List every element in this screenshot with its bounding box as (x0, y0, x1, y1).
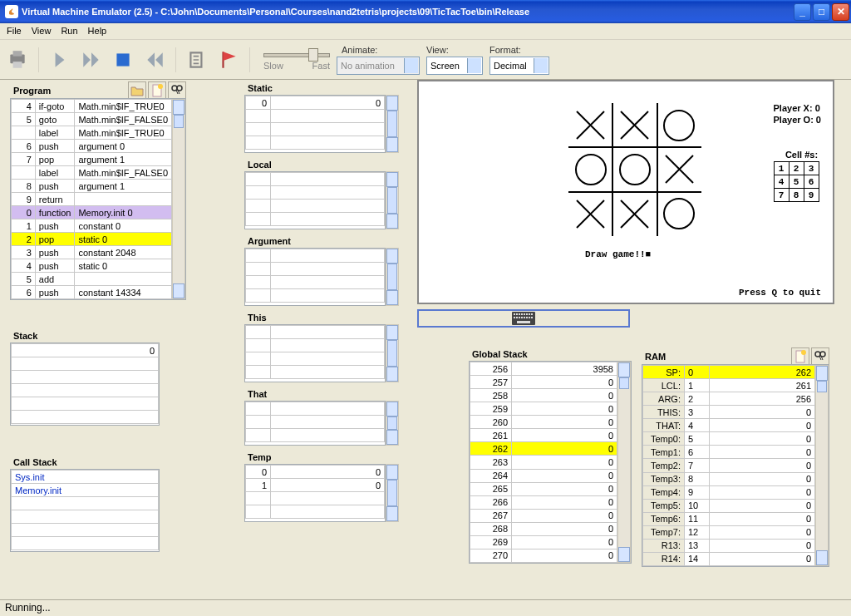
rewind-button[interactable] (142, 47, 167, 72)
svg-rect-33 (517, 321, 530, 323)
speed-slider[interactable]: SlowFast (263, 48, 330, 71)
svg-rect-18 (516, 313, 518, 315)
svg-rect-2 (13, 62, 22, 68)
stack-grid: 0 (10, 342, 160, 426)
svg-point-13 (576, 155, 606, 185)
program-title: Program (10, 84, 54, 97)
scrollbar[interactable] (172, 99, 185, 299)
titlebar: Virtual Machine Emulator (2.5) - C:\John… (0, 0, 851, 23)
svg-point-5 (158, 84, 163, 89)
svg-rect-19 (519, 313, 520, 315)
toolbar: SlowFast Animate: No animation View: Scr… (0, 40, 851, 80)
maximize-button[interactable]: □ (813, 3, 830, 21)
status-bar: Running... (0, 599, 851, 616)
format-label: Format: (489, 45, 549, 55)
script-button[interactable] (184, 47, 209, 72)
fastforward-button[interactable] (79, 47, 104, 72)
svg-rect-27 (519, 317, 520, 318)
svg-rect-17 (514, 313, 515, 315)
svg-point-15 (664, 199, 694, 229)
svg-rect-32 (531, 317, 533, 318)
keyboard-input[interactable] (417, 309, 630, 328)
menu-help[interactable]: Help (88, 26, 107, 37)
globalstack-grid: 2563958257025802590260026102620263026402… (469, 361, 632, 564)
stack-title: Stack (10, 329, 160, 342)
svg-point-14 (620, 155, 650, 185)
screen-panel: Player X: 0 Player O: 0 Cell #s: 1234567… (417, 80, 834, 304)
menu-file[interactable]: File (7, 26, 22, 37)
scrollbar[interactable] (815, 365, 829, 566)
svg-point-35 (801, 350, 806, 355)
quit-message: Press Q to quit (739, 288, 821, 298)
svg-rect-1 (13, 51, 22, 56)
print-button[interactable] (5, 47, 30, 72)
callstack-grid: Sys.initMemory.init (10, 469, 160, 552)
globalstack-title: Global Stack (469, 347, 632, 361)
find-button[interactable] (811, 347, 829, 366)
svg-rect-30 (526, 317, 528, 318)
new-file-button[interactable] (791, 347, 809, 366)
new-file-button[interactable] (148, 81, 166, 100)
callstack-title: Call Stack (10, 456, 160, 469)
animate-dropdown[interactable]: No animation (337, 57, 420, 75)
score-text: Player X: 0 Player O: 0 Cell #s: 1234567… (774, 103, 821, 205)
ram-title: RAM (642, 350, 669, 363)
format-dropdown[interactable]: Decimal (489, 57, 549, 75)
close-button[interactable]: ✕ (832, 3, 849, 21)
flag-button[interactable] (216, 47, 241, 72)
java-icon (5, 5, 18, 18)
svg-rect-31 (529, 317, 530, 318)
svg-rect-22 (526, 313, 528, 315)
svg-rect-28 (521, 317, 523, 318)
animate-label: Animate: (342, 45, 420, 55)
draw-message: Draw game!!■ (585, 249, 651, 259)
svg-rect-3 (116, 53, 129, 66)
minimize-button[interactable]: _ (794, 3, 811, 21)
svg-rect-25 (514, 317, 515, 318)
svg-rect-21 (524, 313, 525, 315)
window-title: Virtual Machine Emulator (2.5) - C:\John… (22, 7, 794, 17)
svg-point-12 (664, 111, 694, 140)
view-label: View: (426, 45, 483, 55)
program-grid[interactable]: 4if-gotoMath.min$IF_TRUE05gotoMath.min$I… (10, 98, 186, 300)
stop-button[interactable] (111, 47, 135, 72)
step-button[interactable] (47, 47, 72, 72)
ram-grid: SP:0262LCL:1261ARG:2256THIS:30THAT:40Tem… (642, 364, 829, 567)
view-dropdown[interactable]: Screen (426, 57, 483, 75)
svg-rect-20 (521, 313, 523, 315)
svg-rect-24 (531, 313, 533, 315)
scrollbar[interactable] (617, 362, 631, 563)
svg-rect-26 (516, 317, 518, 318)
find-button[interactable] (168, 81, 186, 100)
open-file-button[interactable] (128, 81, 146, 100)
svg-rect-29 (524, 317, 525, 318)
svg-rect-23 (529, 313, 530, 315)
menu-view[interactable]: View (32, 26, 52, 37)
tictactoe-board (568, 103, 701, 238)
menu-run[interactable]: Run (61, 26, 77, 37)
menubar: File View Run Help (0, 23, 851, 40)
